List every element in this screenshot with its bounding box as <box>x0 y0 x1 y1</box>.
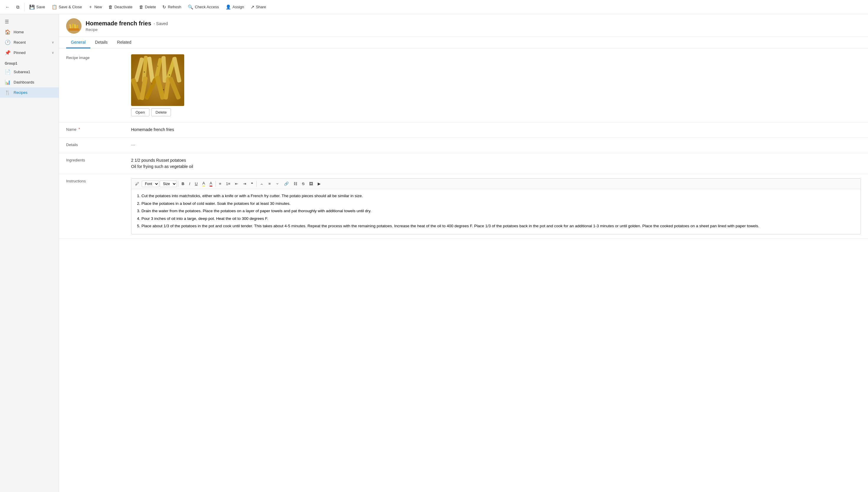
check-access-button[interactable]: 🔍 Check Access <box>185 3 222 11</box>
numbered-list-icon: 1≡ <box>226 181 230 186</box>
link-icon: 🔗 <box>284 181 289 186</box>
rte-more-button[interactable]: ▶ <box>316 180 323 187</box>
required-star: * <box>78 127 80 131</box>
share-label: Share <box>256 5 266 9</box>
rte-toolbar: 🖊 Font Size B I <box>131 178 861 189</box>
rte-bold-button[interactable]: B <box>179 180 186 187</box>
rte-align-right-button[interactable]: ⫟ <box>273 180 281 187</box>
svg-point-24 <box>169 74 170 76</box>
details-value[interactable]: --- <box>131 142 861 148</box>
refresh-button[interactable]: ↻ Refresh <box>160 3 184 11</box>
tabs: General Details Related <box>59 37 868 48</box>
sidebar-item-dashboards[interactable]: 📊 Dashboards <box>0 77 59 88</box>
tab-related[interactable]: Related <box>113 37 136 48</box>
sidebar-item-home[interactable]: 🏠 Home <box>0 27 59 37</box>
rte-unlink-button[interactable]: ⛓ <box>291 180 299 187</box>
align-right-icon: ⫟ <box>275 181 279 186</box>
delete-label: Delete <box>145 5 156 9</box>
open-new-window-button[interactable]: ⧉ <box>13 3 22 11</box>
rte-content[interactable]: Cut the potatoes into matchsticks, eithe… <box>131 189 861 234</box>
deactivate-icon: 🗑 <box>108 4 113 9</box>
rte-underline-button[interactable]: U <box>193 180 199 187</box>
sidebar-dashboards-label: Dashboards <box>14 80 34 84</box>
sidebar-group-label: Group1 <box>0 58 59 67</box>
back-button[interactable]: ← <box>2 3 13 11</box>
ingredients-row: Ingredients 2 1/2 pounds Russet potatoes… <box>59 153 868 174</box>
tab-general-label: General <box>71 40 86 45</box>
sidebar-menu-toggle[interactable]: ☰ <box>0 17 59 27</box>
save-label: Save <box>36 5 45 9</box>
instruction-item-2: Place the potatoes in a bowl of cold wat… <box>141 200 857 207</box>
name-row: Name * Homemade french fries <box>59 122 868 138</box>
sidebar-home-label: Home <box>14 30 24 34</box>
new-button[interactable]: ＋ New <box>85 2 105 11</box>
deactivate-button[interactable]: 🗑 Deactivate <box>105 3 135 11</box>
recent-expand-icon: ∨ <box>52 41 54 44</box>
assign-button[interactable]: 👤 Assign <box>223 3 247 11</box>
save-icon: 💾 <box>29 4 35 10</box>
rte-decrease-indent-button[interactable]: ⇤ <box>233 180 240 187</box>
name-label: Name * <box>66 127 125 132</box>
tab-related-label: Related <box>117 40 131 45</box>
clear-format-icon: 🖊 <box>135 181 139 186</box>
avatar-image <box>66 18 81 34</box>
instructions-row: Instructions 🖊 Font Size <box>59 174 868 239</box>
ingredients-line1: 2 1/2 pounds Russet potatoes <box>131 157 861 164</box>
toolbar: ← ⧉ 💾 Save 📋 Save & Close ＋ New 🗑 Deacti… <box>0 0 868 14</box>
font-color-icon: A <box>210 181 212 186</box>
tab-general[interactable]: General <box>66 37 90 48</box>
sidebar-item-recipes[interactable]: 🍴 Recipes <box>0 88 59 98</box>
rte-divider1 <box>178 181 178 187</box>
tab-details[interactable]: Details <box>90 37 113 48</box>
recipe-image-section: Recipe image <box>59 48 868 122</box>
rte-container: 🖊 Font Size B I <box>131 178 861 234</box>
delete-button[interactable]: 🗑 Delete <box>136 3 159 11</box>
sidebar-recipes-label: Recipes <box>14 90 27 95</box>
name-value[interactable]: Homemade french fries <box>131 127 861 133</box>
open-btn-label: Open <box>136 110 145 115</box>
ingredients-label: Ingredients <box>66 157 125 162</box>
ingredients-value[interactable]: 2 1/2 pounds Russet potatoes Oil for fry… <box>131 157 861 170</box>
subarea1-icon: 📄 <box>5 69 10 75</box>
refresh-icon: ↻ <box>162 4 166 10</box>
rte-italic-button[interactable]: I <box>187 180 192 187</box>
image-open-button[interactable]: Open <box>131 108 149 116</box>
sidebar-item-pinned[interactable]: 📌 Pinned ∨ <box>0 48 59 58</box>
instruction-item-1: Cut the potatoes into matchsticks, eithe… <box>141 193 857 199</box>
new-label: New <box>94 5 102 9</box>
tab-details-label: Details <box>95 40 108 45</box>
more-icon: ▶ <box>318 181 321 186</box>
instruction-item-5: Place about 1/3 of the potatoes in the p… <box>141 223 857 229</box>
rte-numbered-list-button[interactable]: 1≡ <box>224 180 232 187</box>
image-buttons: Open Delete <box>131 108 184 116</box>
save-button[interactable]: 💾 Save <box>26 3 48 11</box>
rte-link-button[interactable]: 🔗 <box>282 180 291 187</box>
rte-align-left-button[interactable]: ⫠ <box>258 180 266 187</box>
sidebar-item-subarea1[interactable]: 📄 Subarea1 <box>0 67 59 77</box>
pinned-expand-icon: ∨ <box>52 51 54 55</box>
rte-align-center-button[interactable]: ≡ <box>266 180 273 187</box>
rte-font-color-button[interactable]: A <box>208 180 214 188</box>
rte-divider3 <box>256 181 257 187</box>
rte-bullet-list-button[interactable]: ≡ <box>217 180 223 187</box>
rte-increase-indent-button[interactable]: ⇥ <box>241 180 248 187</box>
unlink-icon: ⛓ <box>293 181 297 186</box>
image-field-label: Recipe image <box>66 54 125 60</box>
rte-strikethrough-button[interactable]: S <box>300 180 307 187</box>
blockquote-icon: ❝ <box>251 181 253 186</box>
save-close-button[interactable]: 📋 Save & Close <box>49 3 85 11</box>
svg-rect-21 <box>131 54 184 106</box>
image-delete-button[interactable]: Delete <box>151 108 171 116</box>
home-icon: 🏠 <box>5 29 10 35</box>
sidebar-item-recent[interactable]: 🕐 Recent ∨ <box>0 37 59 48</box>
new-icon: ＋ <box>88 4 93 10</box>
rte-highlight-button[interactable]: A <box>200 180 207 188</box>
rte-image-button[interactable]: 🖼 <box>307 180 315 187</box>
rte-font-select[interactable]: Font <box>142 181 159 187</box>
increase-indent-icon: ⇥ <box>243 181 246 186</box>
share-button[interactable]: ↗ Share <box>248 3 269 11</box>
content-area: Homemade french fries - Saved Recipe Gen… <box>59 14 868 492</box>
rte-size-select[interactable]: Size <box>160 181 177 187</box>
rte-clear-format-button[interactable]: 🖊 <box>133 180 141 187</box>
rte-blockquote-button[interactable]: ❝ <box>249 180 255 187</box>
